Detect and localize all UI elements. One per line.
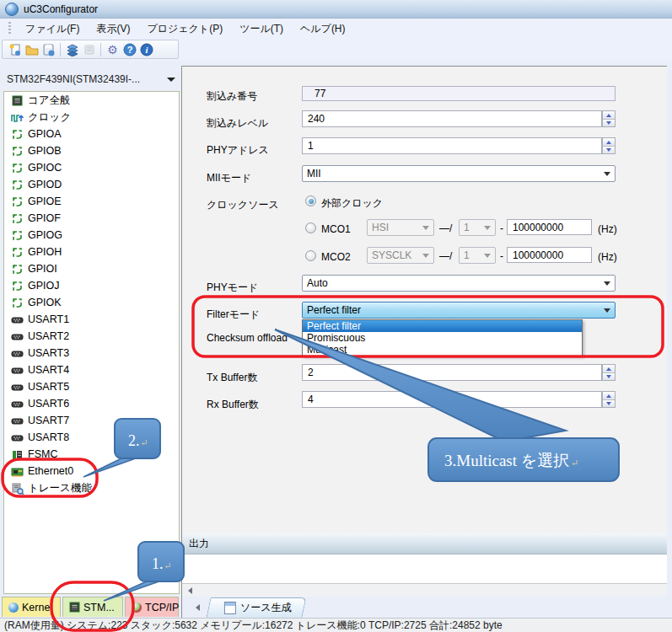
- tree-item-usart3[interactable]: USART3: [4, 345, 179, 362]
- tab-nav-left-icon[interactable]: [192, 604, 200, 611]
- rx-buffer-stepper[interactable]: [602, 391, 616, 408]
- tree-item-label: コア全般: [28, 94, 71, 108]
- gpio-icon: [11, 229, 24, 242]
- tree-item-label: GPIOE: [28, 195, 62, 207]
- tree-item-label: USART1: [28, 313, 69, 325]
- properties-icon[interactable]: [82, 42, 96, 56]
- tree-item-usart8[interactable]: USART8: [4, 429, 179, 446]
- page-tab-label: Kernel: [22, 602, 52, 613]
- filter-option-promiscuous[interactable]: Promiscuous: [303, 332, 582, 344]
- tree-item-gpioi[interactable]: GPIOI: [4, 260, 179, 277]
- usart-icon: [11, 347, 24, 360]
- mii-mode-combo[interactable]: MII: [302, 165, 616, 182]
- title-bar[interactable]: uC3Configurator: [0, 0, 672, 19]
- mco1-unit-label: (Hz): [598, 223, 617, 235]
- external-clock-radio[interactable]: [305, 195, 316, 206]
- page-tab-tcpip[interactable]: TCP/IP: [125, 597, 179, 617]
- usart-icon: [11, 431, 24, 444]
- toolbar-row: ⚙?i: [0, 39, 672, 61]
- tree-item-label: USART3: [28, 347, 69, 359]
- interrupt-level-field[interactable]: 240: [302, 110, 602, 127]
- tree-item-gpiob[interactable]: GPIOB: [4, 142, 179, 159]
- tree-item-gpioe[interactable]: GPIOE: [4, 193, 179, 210]
- menu-item[interactable]: 表示(V): [89, 19, 137, 39]
- tree-item-gpioj[interactable]: GPIOJ: [4, 277, 179, 294]
- tree-item-gpiof[interactable]: GPIOF: [4, 210, 179, 227]
- tree-item-[interactable]: コア全般: [4, 92, 179, 109]
- filter-option-multicast[interactable]: Multicast: [303, 344, 582, 356]
- phy-address-field[interactable]: 1: [302, 137, 602, 154]
- tree-item-gpiog[interactable]: GPIOG: [4, 227, 179, 244]
- phy-mode-combo[interactable]: Auto: [302, 275, 616, 292]
- page-tab-stm[interactable]: STM...: [62, 597, 123, 617]
- tx-buffer-field[interactable]: 2: [302, 364, 602, 381]
- mco2-freq-field[interactable]: 100000000: [507, 247, 592, 263]
- tree-item-gpioh[interactable]: GPIOH: [4, 244, 179, 260]
- mco2-source-value: SYSCLK: [372, 249, 411, 261]
- tree-item-usart6[interactable]: USART6: [4, 395, 179, 412]
- mco2-radio[interactable]: [305, 250, 316, 261]
- mco1-label: MCO1: [321, 223, 351, 235]
- gpio-icon: [11, 246, 24, 259]
- rx-buffer-field[interactable]: 4: [302, 391, 602, 408]
- interrupt-number-field: 77: [302, 86, 616, 101]
- tree-item-gpiok[interactable]: GPIOK: [4, 294, 179, 311]
- scroll-left-icon[interactable]: [182, 585, 195, 596]
- page-tab-kernel[interactable]: Kernel: [2, 597, 61, 617]
- mco1-freq-field[interactable]: 100000000: [507, 219, 592, 235]
- core-chip-icon: [11, 94, 24, 107]
- mii-mode-value: MII: [307, 168, 321, 179]
- tree-item-fsmc[interactable]: FSMC: [4, 446, 179, 463]
- mco1-freq-sep: -: [500, 222, 503, 234]
- tree-item-[interactable]: トレース機能: [4, 479, 179, 496]
- menu-item[interactable]: ツール(T): [232, 19, 291, 39]
- interrupt-number-label: 割込み番号: [207, 89, 257, 104]
- mco1-source-combo[interactable]: HSI: [367, 219, 434, 236]
- tree-item-usart2[interactable]: USART2: [4, 328, 179, 345]
- mco2-divider-combo[interactable]: 1: [459, 247, 496, 264]
- usart-icon: [11, 330, 24, 343]
- tree-item-usart1[interactable]: USART1: [4, 311, 179, 328]
- tree-item-[interactable]: クロック: [4, 109, 179, 126]
- mco1-divider-sep: —/: [439, 222, 452, 234]
- mco2-source-combo[interactable]: SYSCLK: [367, 247, 434, 264]
- output-hscrollbar[interactable]: [182, 584, 667, 597]
- mco1-divider-combo[interactable]: 1: [459, 219, 496, 236]
- interrupt-level-value: 240: [308, 113, 325, 125]
- tree-item-label: USART7: [28, 415, 69, 426]
- settings-gear-icon[interactable]: ⚙: [105, 42, 120, 56]
- phy-address-stepper[interactable]: [602, 137, 616, 154]
- tree-item-label: USART4: [28, 364, 69, 376]
- tx-buffer-stepper[interactable]: [602, 364, 616, 381]
- tree-item-usart7[interactable]: USART7: [4, 412, 179, 429]
- new-document-icon[interactable]: [8, 42, 22, 56]
- chevron-down-icon: [422, 226, 429, 233]
- device-selector[interactable]: STM32F439NI(STM32439I-...: [2, 71, 180, 88]
- tree-item-label: USART2: [28, 330, 69, 342]
- chevron-down-icon: [422, 254, 429, 261]
- phy-address-label: PHYアドレス: [207, 143, 269, 158]
- interrupt-level-stepper[interactable]: [602, 110, 616, 127]
- filter-mode-combo[interactable]: Perfect filter: [302, 302, 616, 319]
- save-icon[interactable]: [41, 42, 56, 56]
- menu-item[interactable]: ヘルプ(H): [293, 19, 353, 39]
- tree-item-gpioc[interactable]: GPIOC: [4, 159, 179, 176]
- mco1-radio[interactable]: [305, 222, 316, 233]
- tree-item-gpiod[interactable]: GPIOD: [4, 176, 179, 193]
- menu-item[interactable]: ファイル(F): [18, 19, 87, 39]
- tree-item-label: GPIOJ: [28, 280, 60, 292]
- menu-item[interactable]: プロジェクト(P): [139, 19, 230, 39]
- tree-item-usart4[interactable]: USART4: [4, 362, 179, 378]
- tree-item-gpioa[interactable]: GPIOA: [4, 126, 179, 142]
- chevron-down-icon: [604, 172, 610, 179]
- info-icon[interactable]: i: [139, 42, 153, 56]
- help-icon[interactable]: ?: [122, 42, 137, 56]
- tab-source-generate[interactable]: ソース生成: [206, 597, 306, 618]
- tree-item-ethernet0[interactable]: Ethernet0: [4, 463, 179, 479]
- open-folder-icon[interactable]: [24, 42, 39, 56]
- svg-text:?: ?: [126, 45, 132, 55]
- mco2-freq-sep: -: [500, 250, 503, 262]
- filter-option-perfect-filter[interactable]: Perfect filter: [303, 320, 582, 332]
- import-stack-icon[interactable]: [65, 42, 79, 56]
- tree-item-usart5[interactable]: USART5: [4, 378, 179, 395]
